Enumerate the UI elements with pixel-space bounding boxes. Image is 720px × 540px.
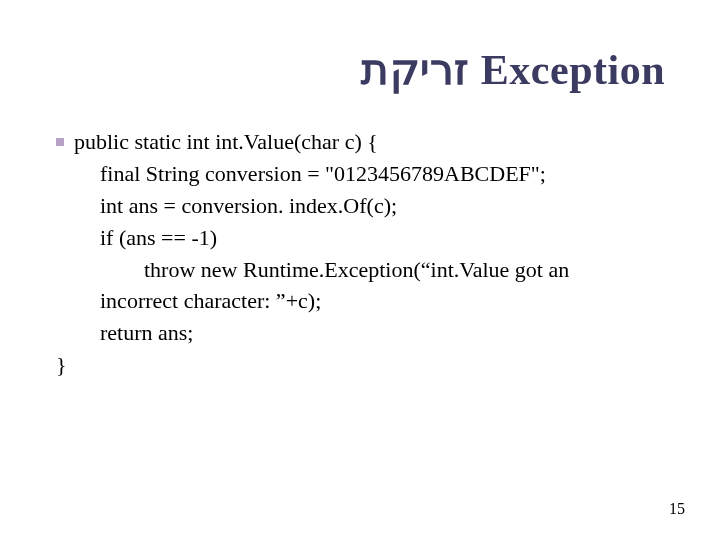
code-line-close: } [56,349,675,381]
code-line-signature: public static int int.Value(char c) { [56,126,675,158]
slide: זריקת Exception public static int int.Va… [0,0,720,540]
code-line: incorrect character: ”+c); [56,285,675,317]
code-line: int ans = conversion. index.Of(c); [56,190,675,222]
code-line: throw new Runtime.Exception(“int.Value g… [56,254,675,286]
code-line: if (ans == -1) [56,222,675,254]
bullet-icon [56,138,64,146]
code-line: final String conversion = "0123456789ABC… [56,158,675,190]
code-block: public static int int.Value(char c) { fi… [50,126,675,381]
code-line: return ans; [56,317,675,349]
code-text: public static int int.Value(char c) { [74,129,378,154]
page-number: 15 [669,500,685,518]
slide-title: זריקת Exception [50,45,675,94]
